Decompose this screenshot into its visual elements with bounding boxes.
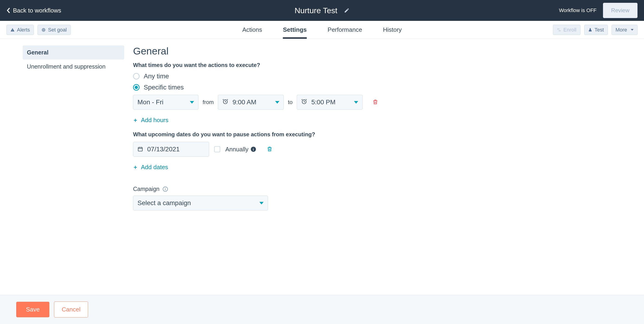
workflow-status: Workflow is OFF bbox=[559, 8, 596, 14]
alerts-label: Alerts bbox=[17, 27, 30, 33]
pause-date-input[interactable] bbox=[147, 146, 205, 153]
pause-date-input-wrap[interactable] bbox=[133, 142, 209, 157]
test-label: Test bbox=[594, 27, 604, 33]
chevron-down-icon bbox=[631, 29, 634, 30]
footer-bar: Save Cancel bbox=[0, 295, 644, 324]
pencil-icon[interactable] bbox=[344, 8, 349, 13]
add-dates-link[interactable]: Add dates bbox=[133, 164, 378, 171]
plus-icon bbox=[133, 165, 138, 170]
days-select[interactable]: Mon - Fri bbox=[133, 95, 198, 110]
add-hours-link[interactable]: Add hours bbox=[133, 116, 378, 124]
time-range-row: Mon - Fri from 9:00 AM to 5:00 PM bbox=[133, 95, 378, 110]
from-label: from bbox=[202, 99, 214, 106]
radio-any-time-row: Any time bbox=[133, 72, 378, 80]
plus-icon bbox=[133, 118, 138, 122]
toolbar-left: Alerts Set goal bbox=[6, 25, 71, 35]
chevron-down-icon bbox=[275, 101, 279, 104]
campaign-select[interactable]: Select a campaign bbox=[133, 196, 268, 210]
flask-icon bbox=[588, 28, 592, 32]
enroll-button[interactable]: Enroll bbox=[553, 25, 580, 35]
end-time-value: 5:00 PM bbox=[311, 98, 350, 106]
chevron-down-icon bbox=[190, 101, 194, 104]
cancel-button[interactable]: Cancel bbox=[54, 302, 88, 318]
campaign-placeholder: Select a campaign bbox=[138, 199, 255, 207]
more-label: More bbox=[616, 27, 627, 33]
back-label: Back to workflows bbox=[13, 7, 61, 14]
svg-point-2 bbox=[44, 30, 44, 30]
tab-settings[interactable]: Settings bbox=[283, 21, 307, 39]
save-button[interactable]: Save bbox=[16, 302, 50, 317]
app-header: Back to workflows Nurture Test Workflow … bbox=[0, 0, 644, 21]
calendar-icon bbox=[138, 146, 143, 152]
workflow-title-wrap: Nurture Test bbox=[295, 6, 350, 15]
main: General Unenrollment and suppression Gen… bbox=[0, 39, 644, 210]
tab-actions[interactable]: Actions bbox=[242, 21, 262, 39]
radio-specific-times-row: Specific times bbox=[133, 84, 378, 91]
pause-date-row: Annually i bbox=[133, 142, 378, 157]
radio-specific-times-label: Specific times bbox=[144, 84, 184, 91]
add-hours-label: Add hours bbox=[141, 116, 168, 124]
sidebar-item-general[interactable]: General bbox=[23, 46, 124, 60]
annually-checkbox[interactable] bbox=[214, 146, 220, 152]
clock-icon bbox=[222, 98, 228, 106]
trash-icon bbox=[372, 98, 378, 106]
svg-rect-5 bbox=[138, 148, 142, 151]
delete-date-row-button[interactable] bbox=[266, 146, 272, 153]
radio-any-time-label: Any time bbox=[144, 72, 169, 80]
days-value: Mon - Fri bbox=[138, 98, 186, 106]
chevron-left-icon bbox=[6, 8, 10, 14]
alert-icon bbox=[10, 28, 14, 32]
chevron-down-icon bbox=[260, 202, 264, 204]
set-goal-button[interactable]: Set goal bbox=[38, 25, 71, 35]
toolbar: Alerts Set goal Actions Settings Perform… bbox=[0, 21, 644, 39]
header-right: Workflow is OFF Review bbox=[559, 3, 638, 18]
set-goal-label: Set goal bbox=[48, 27, 67, 33]
pause-dates-question: What upcoming dates do you want to pause… bbox=[133, 131, 378, 138]
test-button[interactable]: Test bbox=[584, 25, 608, 35]
campaign-label-row: Campaign i bbox=[133, 186, 378, 192]
toolbar-right: Enroll Test More bbox=[553, 25, 638, 35]
sidebar-item-unenrollment[interactable]: Unenrollment and suppression bbox=[23, 60, 124, 74]
chevron-down-icon bbox=[354, 101, 358, 104]
annually-label: Annually bbox=[225, 146, 248, 153]
more-button[interactable]: More bbox=[612, 25, 638, 35]
enroll-label: Enroll bbox=[563, 27, 576, 33]
end-time-select[interactable]: 5:00 PM bbox=[297, 95, 362, 110]
start-time-value: 9:00 AM bbox=[232, 98, 271, 106]
alerts-button[interactable]: Alerts bbox=[6, 25, 34, 35]
delete-time-row-button[interactable] bbox=[372, 98, 378, 106]
tab-history[interactable]: History bbox=[383, 21, 402, 39]
radio-specific-times[interactable] bbox=[133, 84, 140, 90]
campaign-section: Campaign i Select a campaign bbox=[133, 186, 378, 210]
annually-label-wrap: Annually i bbox=[225, 146, 256, 153]
target-icon bbox=[42, 28, 46, 32]
workflow-title: Nurture Test bbox=[295, 6, 338, 15]
review-button[interactable]: Review bbox=[603, 3, 638, 18]
content: General What times do you want the actio… bbox=[133, 46, 378, 210]
nav-tabs: Actions Settings Performance History bbox=[242, 21, 402, 39]
tab-performance[interactable]: Performance bbox=[328, 21, 362, 39]
start-time-select[interactable]: 9:00 AM bbox=[218, 95, 284, 110]
info-icon[interactable]: i bbox=[163, 186, 168, 192]
page-title: General bbox=[133, 46, 378, 57]
radio-any-time[interactable] bbox=[133, 73, 140, 80]
enroll-icon bbox=[557, 28, 561, 32]
to-label: to bbox=[288, 99, 292, 106]
clock-icon bbox=[301, 98, 307, 106]
add-dates-label: Add dates bbox=[141, 164, 168, 171]
info-icon[interactable]: i bbox=[251, 147, 256, 152]
settings-sidebar: General Unenrollment and suppression bbox=[23, 46, 124, 210]
campaign-label: Campaign bbox=[133, 186, 160, 192]
trash-icon bbox=[266, 146, 272, 152]
execution-times-question: What times do you want the actions to ex… bbox=[133, 62, 378, 68]
back-to-workflows-link[interactable]: Back to workflows bbox=[6, 7, 61, 14]
